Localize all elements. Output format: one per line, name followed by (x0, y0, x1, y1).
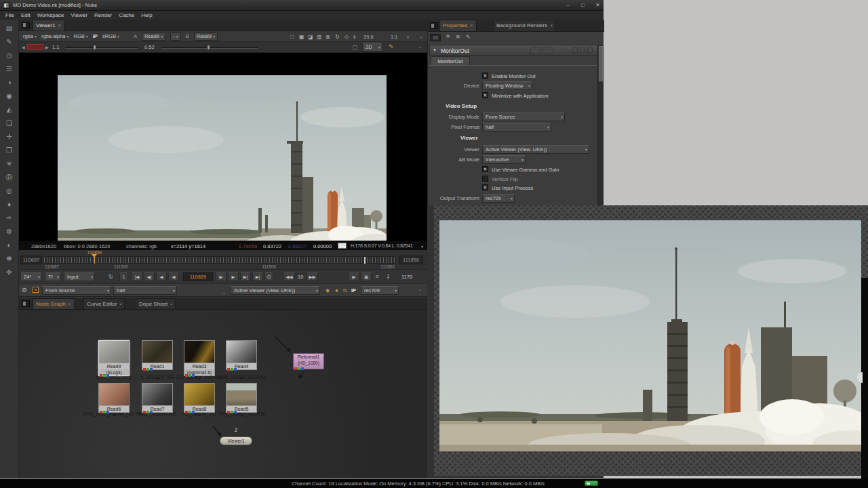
play-flip-button[interactable]: ▶ (349, 272, 359, 281)
use-viewer-gamma-gain-checkbox[interactable]: ✕ (482, 166, 488, 172)
viewer-lut-select[interactable]: sRGB (102, 33, 116, 39)
tab-close-icon[interactable]: × (58, 23, 61, 28)
tab-close-icon[interactable]: × (550, 23, 553, 28)
header-close-button[interactable] (587, 47, 593, 53)
tab-close-icon[interactable]: × (470, 23, 473, 28)
channels-select[interactable]: RGB (74, 33, 85, 39)
layer-select[interactable]: rgba (23, 33, 33, 39)
transform-icon[interactable]: ✛ (6, 130, 12, 144)
step-forward-button[interactable]: ▶▶ (307, 272, 318, 281)
image-icon[interactable]: ▤ (6, 22, 12, 35)
update-icon[interactable]: ↻ (335, 34, 340, 40)
scrollbar-thumb[interactable] (599, 46, 603, 81)
output-transform-select[interactable]: rec709▾ (482, 194, 515, 203)
tab-dope-sheet[interactable]: Dope Sheet▪ (136, 298, 176, 309)
header-button[interactable] (530, 47, 541, 54)
display-mode-select[interactable]: From Source▾ (42, 286, 111, 295)
frame-range-select[interactable]: Input▾ (64, 272, 95, 281)
range-end-field[interactable]: 111856 (399, 256, 423, 264)
output-lut-select[interactable]: rec709▾ (361, 286, 399, 295)
scanline-icon[interactable]: ≣ (326, 34, 330, 40)
toolsets-icon[interactable]: ✑ (6, 211, 12, 225)
metadata-icon[interactable]: ♦ (7, 198, 11, 211)
slider-handle[interactable] (207, 45, 210, 50)
pen-icon[interactable]: ✎ (389, 43, 394, 50)
enable-monitor-out-checkbox[interactable]: ✕ (482, 73, 488, 79)
ip-toggle[interactable]: IP (351, 287, 356, 293)
node-read4[interactable]: Read4 (226, 340, 257, 370)
wipe-split-icon[interactable]: ◪ (308, 34, 313, 40)
pane-icon[interactable] (22, 22, 30, 28)
goto-end-button[interactable]: ▶| (252, 272, 263, 281)
frame-increment[interactable]: 10 (298, 274, 303, 280)
menu-help[interactable]: Help (141, 12, 152, 18)
collapse-triangle-icon[interactable]: ▼ (433, 48, 437, 52)
gain-slider[interactable] (65, 47, 138, 49)
tab-close-icon[interactable]: × (68, 302, 71, 306)
max-panels-field[interactable]: 10 (430, 34, 441, 41)
caret-icon[interactable]: ▾ (421, 244, 423, 249)
menu-workspace[interactable]: Workspace (37, 12, 64, 18)
a-input-select[interactable]: Read9 ▾ (142, 33, 165, 41)
menu-viewer[interactable]: Viewer (71, 12, 87, 18)
wipe-a-icon[interactable]: ▣ (299, 34, 304, 40)
gamma-slider[interactable] (161, 47, 258, 49)
viewer-source-select[interactable]: Active Viewer (View..UKE))▾ (231, 286, 320, 295)
tab-viewer1[interactable]: Viewer1× (33, 20, 64, 30)
clear-all-icon[interactable]: ✖ (456, 34, 460, 40)
stack-icon[interactable]: ▥ (317, 34, 322, 40)
menu-edit[interactable]: Edit (21, 12, 31, 18)
menu-cache[interactable]: Cache (119, 12, 134, 18)
viewer-select[interactable]: Active Viewer (View..UKE))▾ (482, 145, 589, 154)
views-icon[interactable]: ◎ (6, 184, 12, 198)
node-read6[interactable]: Read6 (98, 383, 130, 413)
draw-icon[interactable]: ✎ (6, 35, 12, 49)
gain-field[interactable] (27, 44, 43, 50)
node-read7[interactable]: Read7 (142, 383, 173, 413)
gamut-icon[interactable]: ● (335, 287, 338, 293)
use-input-process-checkbox[interactable]: ✕ (482, 184, 488, 190)
lock-range-icon[interactable]: ≡ (376, 274, 379, 280)
collapse-icon[interactable]: ⌄ (419, 34, 423, 39)
node-panel-header[interactable]: ▼ MonitorOut (429, 45, 598, 56)
alpha-layer-select[interactable]: rgba.alpha (41, 33, 65, 39)
timeline-mode-select[interactable]: Tf▾ (45, 272, 61, 281)
device-select[interactable]: Floating Window▾ (482, 81, 532, 90)
range-start-field[interactable]: 110687 (20, 256, 42, 264)
header-float-button[interactable] (580, 47, 585, 53)
menu-file[interactable]: File (5, 12, 14, 18)
ab-blend-select[interactable]: - ▾ (170, 33, 181, 41)
out-point-button[interactable]: O (264, 272, 273, 281)
channel-icon[interactable]: ☰ (6, 62, 12, 76)
filter-icon[interactable]: ◉ (6, 89, 12, 103)
minimize-with-app-checkbox[interactable]: ✕ (482, 92, 488, 98)
next-frame-button[interactable]: ▶ (228, 272, 239, 281)
input-process-toggle[interactable]: IP (93, 33, 98, 39)
deep-icon[interactable]: Ⓓ (6, 171, 13, 184)
tab-curve-editor[interactable]: Curve Editor▪ (83, 298, 125, 309)
pause-icon[interactable]: ‖ (353, 34, 355, 40)
snapshot-icon[interactable]: ◈ (326, 287, 330, 293)
other-icon[interactable]: ⚙ (6, 225, 12, 239)
flipbook-button[interactable]: ▣ (361, 272, 372, 281)
properties-scrollbar[interactable] (597, 45, 604, 205)
collapse-icon[interactable]: ⌄ (418, 287, 422, 292)
ab-mode-select[interactable]: Interactive▾ (482, 155, 526, 164)
color-icon[interactable]: ◑ (7, 76, 11, 89)
pane-icon[interactable] (22, 300, 30, 307)
tab-properties[interactable]: Properties× (439, 20, 477, 31)
slider-handle[interactable] (93, 45, 96, 50)
header-center-button[interactable] (572, 47, 578, 53)
pane-icon[interactable] (430, 22, 438, 29)
prev-keyframe-button[interactable]: ◀| (144, 272, 155, 281)
time-icon[interactable]: ◷ (6, 49, 12, 62)
prev-frame-button[interactable]: ◀ (156, 272, 167, 281)
play-forward-button[interactable]: ▶ (216, 272, 226, 281)
in-point-button[interactable]: 1 (119, 272, 128, 281)
pixel-format-select[interactable]: half▾ (113, 286, 177, 295)
gain-prev-icon[interactable]: ◀ (22, 45, 25, 49)
close-button[interactable]: ✕ (593, 1, 603, 9)
dag-canvas[interactable]: 6001_TAKE_0005 A_0313SP9_001 D10_0314CF_… (19, 310, 427, 478)
current-frame-field[interactable]: 110859 (183, 272, 213, 281)
node-read1[interactable]: Read1 (142, 340, 173, 370)
